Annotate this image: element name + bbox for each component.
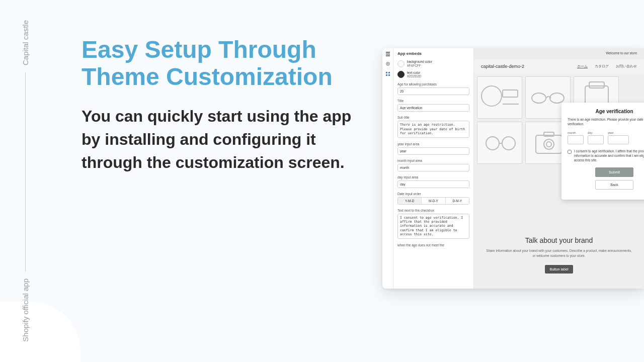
month-field-label: month input area [397, 159, 469, 162]
svg-rect-15 [589, 82, 604, 88]
modal-subtitle: There is an age restriction. Please prov… [568, 117, 644, 126]
settings-panel: App embeds background color #F4FCFF text… [393, 48, 474, 289]
side-rail: Capital castle Shopify official app [15, 20, 35, 342]
svg-point-20 [544, 139, 554, 149]
consent-row[interactable]: I consent to age verification. I affirm … [568, 149, 644, 162]
promo-heading: Easy Setup Through Theme Customization [82, 36, 363, 90]
product-tile [477, 76, 522, 119]
store-header: capital-castle-demo-2 ホーム カタログ お問い合わせ [474, 59, 644, 73]
dob-inputs: month day year [568, 131, 644, 144]
svg-point-17 [502, 137, 515, 150]
textcolor-label: text color [407, 71, 422, 75]
order-ymd[interactable]: Y-M-D [398, 198, 422, 204]
consent-checkbox[interactable] [568, 150, 572, 154]
dob-year-label: year [608, 131, 629, 134]
announcement-bar: Welcome to our store [606, 51, 637, 55]
brand-footer: Talk about your brand Share information … [474, 229, 644, 289]
nav-catalog[interactable]: カタログ [595, 64, 609, 69]
bgcolor-swatch[interactable] [397, 60, 405, 67]
svg-point-9 [481, 86, 502, 106]
svg-rect-10 [503, 90, 518, 97]
product-tile [477, 122, 522, 164]
textcolor-hex: #2D2D2D [407, 74, 422, 78]
year-field-label: year input area [397, 142, 469, 146]
svg-rect-19 [536, 135, 562, 153]
dob-day-label: day [588, 131, 604, 134]
age-input[interactable] [397, 87, 469, 95]
sections-icon[interactable] [385, 51, 390, 56]
rail-text-bottom: Shopify official app [21, 279, 30, 342]
promo-copy: Easy Setup Through Theme Customization Y… [82, 36, 363, 174]
svg-point-12 [532, 93, 546, 103]
footer-heading: Talk about your brand [474, 236, 644, 244]
textcolor-swatch[interactable] [397, 71, 405, 78]
subtitle-input[interactable]: There is an age restriction. Please prov… [397, 121, 469, 137]
svg-point-4 [387, 63, 388, 64]
store-preview: Welcome to our store capital-castle-demo… [474, 48, 644, 289]
svg-rect-7 [386, 74, 387, 76]
bgcolor-label: background color [407, 60, 432, 64]
submit-button[interactable]: Submit [595, 167, 633, 177]
nav-contact[interactable]: お問い合わせ [616, 64, 637, 69]
day-input[interactable] [397, 180, 469, 188]
dob-day-input[interactable] [588, 135, 604, 144]
subtitle-field-label: Sub title [397, 116, 469, 119]
svg-rect-2 [386, 55, 390, 56]
title-input[interactable] [397, 104, 469, 112]
svg-rect-0 [386, 52, 390, 53]
svg-rect-6 [388, 72, 390, 73]
dob-month-input[interactable] [568, 135, 584, 144]
modal-title: Age verification [568, 109, 644, 114]
consent-text: I consent to age verification. I affirm … [574, 149, 644, 162]
nav-home[interactable]: ホーム [577, 64, 588, 69]
svg-point-16 [486, 137, 499, 150]
settings-icon[interactable] [385, 61, 390, 66]
age-label: Age for allowing purchases [397, 82, 469, 86]
footer-cta[interactable]: Button label [545, 265, 574, 274]
date-order-segmented[interactable]: Y-M-D M-D-Y D-M-Y [397, 197, 469, 205]
promo-body: You can quickly start using the app by i… [82, 105, 363, 174]
rail-text-top: Capital castle [21, 20, 30, 65]
checkbox-text-input[interactable]: I consent to age verification. I affirm … [397, 214, 469, 239]
year-input[interactable] [397, 147, 469, 155]
svg-point-13 [550, 93, 564, 103]
month-input[interactable] [397, 164, 469, 171]
order-mdy[interactable]: M-D-Y [422, 198, 445, 204]
store-name: capital-castle-demo-2 [481, 64, 524, 69]
age-verification-modal: Age verification There is an age restric… [561, 103, 644, 200]
rail-divider [25, 72, 26, 272]
order-dmy[interactable]: D-M-Y [446, 198, 469, 204]
svg-point-21 [546, 142, 551, 147]
bgcolor-hex: #F4FCFF [407, 64, 432, 68]
checkbox-text-label: Text next to the checkbox [397, 209, 469, 212]
svg-rect-5 [386, 72, 387, 73]
corner-decoration [0, 302, 80, 362]
title-field-label: Title [397, 99, 469, 103]
truncated-label: when the age does not meet the [397, 243, 469, 247]
editor-icon-rail [382, 48, 393, 289]
dob-month-label: month [568, 131, 584, 134]
order-label: Date input order [397, 192, 469, 196]
day-field-label: day input area [397, 175, 469, 179]
bgcolor-row[interactable]: background color #F4FCFF [397, 60, 469, 68]
svg-rect-8 [388, 74, 390, 76]
panel-title: App embeds [397, 51, 469, 56]
back-button[interactable]: Back [595, 180, 633, 190]
app-screenshot: App embeds background color #F4FCFF text… [382, 48, 644, 289]
footer-body: Share information about your brand with … [474, 248, 644, 258]
svg-rect-1 [386, 54, 390, 55]
textcolor-row[interactable]: text color #2D2D2D [397, 71, 469, 79]
apps-icon[interactable] [385, 71, 390, 76]
dob-year-input[interactable] [608, 135, 629, 144]
